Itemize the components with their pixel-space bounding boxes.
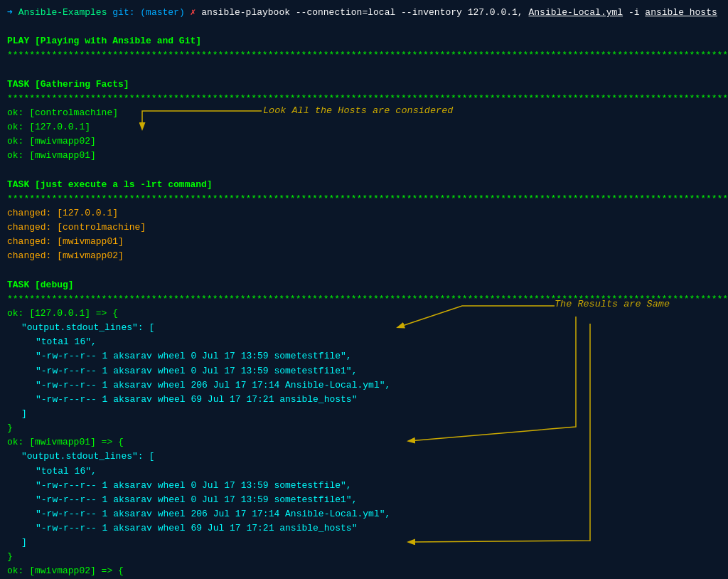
changed-127: changed: [127.0.0.1] (7, 206, 721, 221)
annotation-1: Look All the Hosts are considered (263, 105, 453, 116)
ok-mwivmapp02: ok: [mwivmapp02] (7, 134, 721, 149)
debug-close-brace-1: } (7, 421, 721, 435)
ok-mwivmapp01: ok: [mwivmapp01] (7, 149, 721, 163)
debug-key-2: "output.stdout_lines": [ (7, 450, 721, 464)
prompt-command: ansible-playbook --connection=local --in… (201, 7, 523, 18)
debug-entry-2-2: "-rw-r--r-- 1 aksarav wheel 0 Jul 17 13:… (7, 479, 721, 493)
prompt-line: ➜ Ansible-Examples git: (master) ✗ ansib… (7, 6, 721, 20)
play-line: PLAY [Playing with Ansible and Git] ****… (7, 34, 721, 63)
task-debug-keyword: TASK [debug] (7, 280, 74, 290)
task-ls-lrt: TASK [just execute a ls -lrt command] **… (7, 178, 721, 206)
debug-host-3: ok: [mwivmapp02] => { (7, 564, 721, 578)
prompt-git-label: git: (112, 7, 134, 18)
task-gathering-facts: TASK [Gathering Facts] *****************… (7, 78, 721, 106)
prompt-highlight1: Ansible-Local.yml (528, 7, 623, 18)
changed-mwivmapp01: changed: [mwivmapp01] (7, 235, 721, 249)
changed-controlmachine: changed: [controlmachine] (7, 221, 721, 235)
prompt-flag-i: -i (628, 7, 640, 18)
prompt-directory: Ansible-Examples (18, 7, 107, 18)
ok-127: ok: [127.0.0.1] (7, 120, 721, 134)
changed-mwivmapp02: changed: [mwivmapp02] (7, 249, 721, 263)
prompt-git-branch: (master) (140, 7, 184, 18)
task-ls-keyword: TASK [just execute a ls -lrt command] (7, 179, 213, 190)
debug-close-brace-2: } (7, 550, 721, 564)
debug-entry-1-2: "-rw-r--r-- 1 aksarav wheel 0 Jul 17 13:… (7, 349, 721, 363)
task-stars: ****************************************… (7, 93, 728, 104)
prompt-highlight2: ansible_hosts (645, 7, 717, 18)
debug-entry-2-3: "-rw-r--r-- 1 aksarav wheel 0 Jul 17 13:… (7, 493, 721, 507)
debug-entry-1-4: "-rw-r--r-- 1 aksarav wheel 206 Jul 17 1… (7, 378, 721, 393)
play-keyword: PLAY [Playing with Ansible and Git] (7, 36, 201, 46)
debug-entry-1-1: "total 16", (7, 335, 721, 349)
debug-key-1: "output.stdout_lines": [ (7, 321, 721, 335)
debug-host-2: ok: [mwivmapp01] => { (7, 435, 721, 450)
debug-entry-2-5: "-rw-r--r-- 1 aksarav wheel 69 Jul 17 17… (7, 521, 721, 536)
task-ls-stars: ****************************************… (7, 193, 728, 204)
task-keyword: TASK [Gathering Facts] (7, 79, 129, 90)
play-stars: ****************************************… (7, 50, 728, 60)
debug-close-bracket-2: ] (7, 536, 721, 550)
prompt-arrow: ➜ (7, 7, 13, 18)
terminal-window: ➜ Ansible-Examples git: (master) ✗ ansib… (0, 0, 728, 579)
debug-close-bracket-1: ] (7, 407, 721, 421)
annotation-2: The Results are Same (555, 299, 670, 309)
debug-entry-2-4: "-rw-r--r-- 1 aksarav wheel 206 Jul 17 1… (7, 507, 721, 521)
debug-entry-1-5: "-rw-r--r-- 1 aksarav wheel 69 Jul 17 17… (7, 393, 721, 407)
debug-entry-1-3: "-rw-r--r-- 1 aksarav wheel 0 Jul 17 13:… (7, 364, 721, 378)
prompt-x-mark: ✗ (191, 7, 196, 18)
debug-entry-2-1: "total 16", (7, 464, 721, 479)
